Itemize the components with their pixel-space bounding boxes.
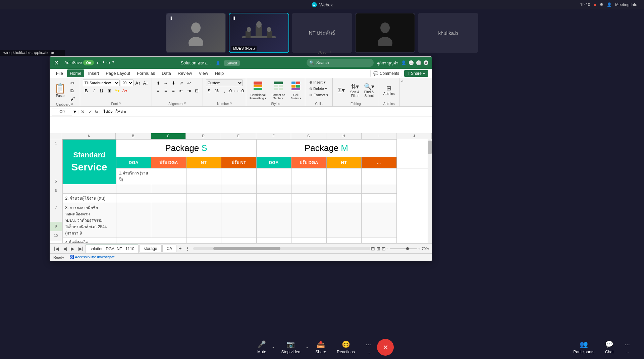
r2c1[interactable] bbox=[116, 184, 151, 194]
align-bottom-btn[interactable]: ⬇ bbox=[170, 80, 177, 86]
r3c2[interactable] bbox=[151, 194, 186, 203]
font-color-button[interactable]: A▾ bbox=[121, 87, 128, 94]
sheet-tab-3[interactable]: CA bbox=[162, 245, 177, 252]
r4c2[interactable] bbox=[151, 203, 186, 238]
col-header-i[interactable]: I bbox=[362, 133, 397, 139]
participants-button[interactable]: 👥 Participants bbox=[569, 338, 598, 356]
page-break-view-btn[interactable]: ⊡ bbox=[382, 246, 386, 251]
row4-label[interactable]: 3. การลงลายมือชื่อ สอดคล้องตาม พ.ร.บ. ว่… bbox=[62, 203, 116, 238]
r4c1[interactable] bbox=[116, 203, 151, 238]
r2c7[interactable] bbox=[326, 184, 362, 194]
h-scrollbar-thumb[interactable] bbox=[213, 247, 280, 250]
alignment-expander[interactable]: ⧉ bbox=[184, 102, 186, 105]
r2c2[interactable] bbox=[151, 184, 186, 194]
align-middle-btn[interactable]: ↔ bbox=[162, 80, 169, 86]
sheet-tab-1[interactable]: solution_DGA_NT _1110 bbox=[85, 245, 139, 253]
ribbon-collapse-btn[interactable]: ⌃ bbox=[399, 78, 405, 106]
col-header-e[interactable]: E bbox=[221, 133, 256, 139]
menu-review[interactable]: Review bbox=[175, 69, 195, 77]
r1c8[interactable] bbox=[396, 168, 432, 184]
video-thumb-3[interactable]: NT ประพันธ์ bbox=[292, 13, 352, 53]
underline-button[interactable]: U bbox=[98, 87, 105, 94]
font-name-select[interactable]: THSarabunNew bbox=[83, 80, 120, 86]
italic-button[interactable]: I bbox=[91, 87, 97, 94]
increase-decimal-btn[interactable]: .0→ bbox=[229, 87, 235, 94]
insert-btn[interactable]: ⊕ Insert ▾ bbox=[308, 80, 327, 85]
r2c5[interactable] bbox=[256, 184, 291, 194]
r3c5[interactable] bbox=[256, 194, 291, 203]
mute-dropdown-btn[interactable]: ▾ bbox=[271, 343, 275, 352]
normal-view-btn[interactable]: ⊟ bbox=[371, 246, 375, 251]
merge-btn[interactable]: ⊡ bbox=[193, 87, 200, 94]
col-header-h[interactable]: H bbox=[326, 133, 362, 139]
video-thumb-4[interactable] bbox=[355, 13, 415, 53]
number-expander[interactable]: ⧉ bbox=[230, 102, 232, 105]
delete-btn[interactable]: ⊖ Delete ▾ bbox=[308, 86, 328, 92]
increase-font-btn[interactable]: A↑ bbox=[135, 80, 141, 86]
col-header-c[interactable]: C bbox=[151, 133, 186, 139]
find-select-btn[interactable]: 🔍▾ Find &Select bbox=[362, 82, 376, 99]
more-options-button[interactable]: ··· ... bbox=[361, 338, 376, 357]
border-button[interactable]: ⊞ bbox=[106, 87, 113, 94]
formula-dropdown-icon[interactable]: ▾ bbox=[73, 108, 76, 115]
r1c3[interactable] bbox=[221, 168, 257, 184]
col-header-b[interactable]: B bbox=[116, 133, 151, 139]
r4c4[interactable] bbox=[221, 203, 257, 238]
format-as-table-btn[interactable]: Format asTable ▾ bbox=[270, 80, 287, 101]
share-button[interactable]: ↑ Share ▾ bbox=[404, 70, 428, 77]
comma-btn[interactable]: , bbox=[221, 87, 228, 94]
menu-insert[interactable]: Insert bbox=[86, 69, 102, 77]
copy-button[interactable]: ⧉ bbox=[69, 87, 76, 94]
sort-filter-btn[interactable]: ⇅▾ Sort &Filter bbox=[348, 82, 361, 99]
format-btn[interactable]: ⚙ Format ▾ bbox=[308, 92, 330, 98]
redo-btn[interactable]: ↪ bbox=[106, 60, 110, 65]
undo-dropdown[interactable]: ▾ bbox=[103, 60, 104, 65]
orientation-btn[interactable]: ↗ bbox=[178, 80, 184, 86]
r1c5[interactable] bbox=[291, 168, 327, 184]
stop-video-button[interactable]: 📷 Stop video bbox=[277, 338, 305, 357]
menu-home[interactable]: Home bbox=[67, 69, 84, 77]
search-bar[interactable]: 🔍 Search bbox=[307, 59, 374, 67]
r2c8[interactable] bbox=[362, 184, 397, 194]
font-size-select[interactable]: 20 bbox=[121, 80, 133, 86]
row1-label[interactable]: 1.ค่าบริการ (รายปี) bbox=[116, 168, 151, 184]
cancel-formula-btn[interactable]: ✕ bbox=[80, 109, 86, 114]
r1c7[interactable] bbox=[362, 168, 397, 184]
r3c7[interactable] bbox=[326, 194, 362, 203]
row3-label[interactable]: 2. จำนวนผู้ใช้งาน (คน) bbox=[62, 194, 116, 203]
mute-button[interactable]: 🎤 Mute bbox=[253, 338, 271, 357]
increase-indent-btn[interactable]: ⇥ bbox=[185, 87, 192, 94]
zoom-minus-btn[interactable]: − bbox=[386, 247, 388, 251]
r4c6[interactable] bbox=[291, 203, 327, 238]
cell-styles-btn[interactable]: CellStyles ▾ bbox=[288, 80, 304, 101]
scrollbar-thumb[interactable] bbox=[428, 141, 432, 154]
col-header-f[interactable]: F bbox=[256, 133, 291, 139]
video-dropdown-btn[interactable]: ▾ bbox=[305, 343, 309, 352]
menu-help[interactable]: Help bbox=[212, 69, 226, 77]
r1c2[interactable] bbox=[186, 168, 221, 184]
r3c6[interactable] bbox=[291, 194, 327, 203]
video-thumb-2[interactable]: ⏸ MDES (Host) bbox=[229, 13, 289, 53]
sheet-more-btn[interactable]: ⋮ bbox=[185, 246, 190, 251]
row2-label[interactable] bbox=[62, 184, 116, 194]
zoom-slider-thumb[interactable] bbox=[406, 247, 409, 250]
zoom-slider[interactable] bbox=[390, 248, 417, 249]
menu-page-layout[interactable]: Page Layout bbox=[103, 69, 133, 77]
conditional-formatting-btn[interactable]: ConditionalFormatting ▾ bbox=[248, 80, 269, 101]
format-painter-button[interactable]: 🖌 bbox=[69, 95, 76, 102]
close-btn[interactable]: ✕ bbox=[424, 60, 428, 65]
currency-btn[interactable]: $ bbox=[206, 87, 212, 94]
comments-button[interactable]: 💬 Comments bbox=[370, 70, 402, 77]
r4c5[interactable] bbox=[256, 203, 291, 238]
confirm-formula-btn[interactable]: ✓ bbox=[87, 109, 93, 114]
vertical-scrollbar[interactable] bbox=[428, 139, 432, 261]
clipboard-expander[interactable]: ⧉ bbox=[71, 102, 73, 106]
sharing-collapse[interactable]: ▶ bbox=[52, 50, 55, 55]
zoom-plus[interactable]: + bbox=[329, 50, 332, 55]
menu-file[interactable]: File bbox=[53, 69, 66, 77]
menu-view[interactable]: View bbox=[196, 69, 211, 77]
col-header-d[interactable]: D bbox=[186, 133, 221, 139]
r3c8[interactable] bbox=[362, 194, 397, 203]
formula-input[interactable] bbox=[102, 108, 430, 115]
number-format-select[interactable]: Custom General Number Currency Accountin… bbox=[206, 80, 243, 86]
